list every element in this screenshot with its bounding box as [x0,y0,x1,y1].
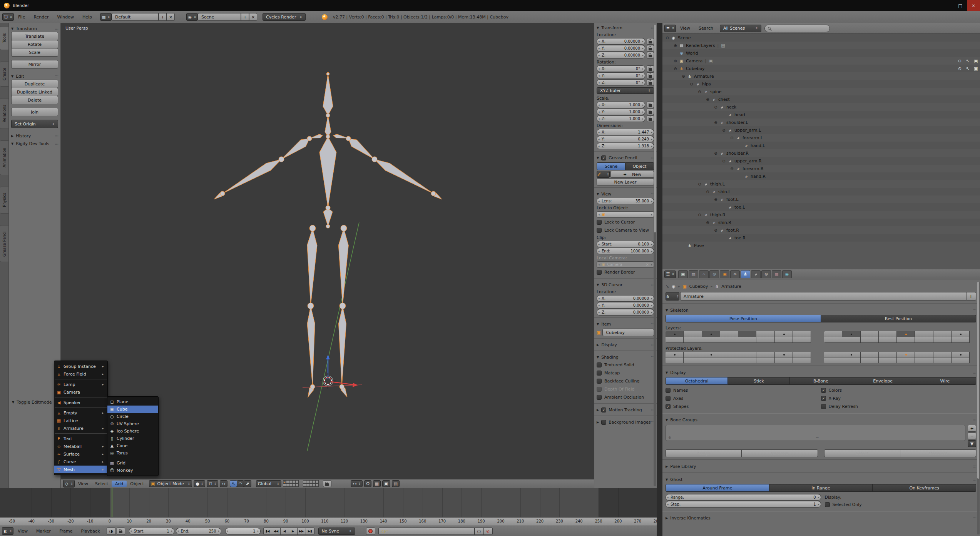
layer-toggle-15[interactable] [774,357,793,363]
lock-to-cursor-checkbox[interactable] [597,220,602,225]
layer-toggle-12[interactable] [720,337,738,343]
bone-group-specials-button[interactable]: ▼ [968,440,976,447]
expander-icon[interactable]: ⊖ [713,228,719,232]
layer-toggle-9[interactable] [824,357,842,363]
tool-shelf-tab-animation[interactable]: Animation [0,140,9,175]
names-row[interactable]: Names [666,386,821,394]
panel-header-display-props[interactable]: ▼Display:::: [666,369,976,376]
layer-toggle-11[interactable] [702,337,720,343]
menu-item-armature[interactable]: ⋔Armature▸ [54,424,107,432]
bone[interactable] [338,228,348,306]
clip-start-field[interactable]: Start:0.100 [597,241,654,247]
viewport-shading-select[interactable]: ●⇕ [194,480,205,487]
menu-item-monkey[interactable]: ☺Monkey [107,467,158,474]
layer-toggle-4[interactable] [878,352,897,357]
panel-header-pose-library[interactable]: ▶Pose Library:::: [666,463,976,470]
outliner-row-armature[interactable]: ⊖⋔Armature [662,72,980,80]
bone-joint-sphere[interactable] [279,157,284,162]
outliner-row-spine[interactable]: ⊖∞spine [662,88,980,95]
properties-tab-render[interactable]: ▣ [678,270,688,278]
menu-item-ico-sphere[interactable]: ◈Ico Sphere [107,427,158,435]
join-button[interactable]: Join [11,108,58,116]
visibility-eye-icon[interactable]: ⊙ [958,66,962,71]
close-button[interactable]: × [967,0,980,11]
scene-select[interactable]: Scene [198,13,241,21]
bone[interactable] [333,134,348,138]
outliner-editor-type-button[interactable]: ≡⇕ [664,25,676,32]
delete-keyframe-button[interactable]: ⊘ [483,528,493,535]
properties-tab-world[interactable]: ⊕ [709,270,719,278]
layer-toggle-12[interactable] [720,357,738,363]
bone-joint-sphere[interactable] [310,384,315,389]
layer-toggle-7[interactable] [933,331,952,337]
depth-of-field-row[interactable]: Depth Of Field [597,385,654,393]
tool-shelf-tab-create[interactable]: Create [0,62,9,87]
layer-toggle-14[interactable] [756,357,774,363]
selected-only-row[interactable]: Selected Only [825,501,977,509]
outliner-row-forearm-r[interactable]: ⊖∞forearm.R [662,165,980,172]
armature-id-icon-button[interactable]: ⋔⇕ [666,292,679,301]
duplicate-linked-button[interactable]: Duplicate Linked [11,88,58,96]
bone-joint-sphere[interactable] [326,114,330,117]
layer-toggle-4[interactable] [878,331,897,337]
keying-set-field[interactable]: ○⌐ [378,528,475,535]
outliner-menu-view[interactable]: View [676,26,694,31]
bone[interactable] [281,139,309,159]
matcap-checkbox[interactable] [597,371,602,376]
properties-tab-bone-constraints[interactable]: ⊛ [761,270,771,278]
timeline-menu-view[interactable]: View [13,529,32,534]
manipulator-toggle[interactable]: ↔ [220,480,227,487]
render-still-button[interactable]: ▣ [382,480,390,487]
layer-toggle-10[interactable] [842,357,860,363]
menu-item-circle[interactable]: ○Circle [107,413,158,420]
expander-icon[interactable]: ⊖ [697,90,702,94]
minimize-button[interactable]: — [941,0,954,11]
layer-toggle-2[interactable] [842,331,860,337]
outliner-row-chest[interactable]: ⊖∞chest [662,95,980,103]
delete-button[interactable]: Delete [11,96,58,104]
lock-toggle-button[interactable] [647,109,654,115]
properties-tab-constraints[interactable]: ∞ [730,270,740,278]
armature-object[interactable] [214,72,442,397]
menu-window[interactable]: Window [53,15,78,20]
expander-icon[interactable]: ⊖ [697,213,702,217]
current-frame-indicator[interactable] [112,488,112,517]
lock-to-object-field[interactable]: ▣ [597,211,654,218]
lock-toggle-button[interactable] [647,38,654,45]
around-frame-button[interactable]: Around Frame [666,484,769,492]
bone-joint-sphere[interactable] [220,191,225,196]
bone-joint-sphere[interactable] [326,72,329,75]
layer-toggle-1[interactable] [666,352,684,357]
location-x-field[interactable]: X:0.00000 [597,38,645,45]
bone-joint-sphere[interactable] [372,157,377,162]
render-border-checkbox[interactable] [597,270,602,275]
outliner-row-neck[interactable]: ⊖∞neck [662,103,980,111]
panel-header-rigify-dev-tools[interactable]: ▼Rigify Dev Tools:::: [11,140,58,147]
pin-icon[interactable]: ⊸ [664,283,671,289]
rotate-manipulator-button[interactable]: ◠ [237,480,244,487]
pose-position-button[interactable]: Pose Position [666,315,821,322]
selectability-pointer-icon[interactable]: ↖ [966,58,969,63]
layer-toggle-2[interactable] [683,331,702,337]
bone-joint-sphere[interactable] [309,225,316,231]
armature-layers-left[interactable] [666,331,814,343]
bone[interactable] [339,306,346,387]
in-range-button[interactable]: In Range [769,484,873,492]
layer-toggle-11[interactable] [702,357,720,363]
outliner-row-foot-r[interactable]: ⊖∞foot.R [662,226,980,234]
b-bone-button[interactable]: B-Bone [790,377,852,385]
dimension-y-field[interactable]: Y:0.249 [597,136,654,142]
layer-toggle-6[interactable] [756,331,774,337]
visibility-eye-icon[interactable]: ⊙ [958,58,962,63]
layer-toggle-3[interactable] [702,352,720,357]
maximize-button[interactable]: □ [954,0,967,11]
current-frame-field[interactable]: 1 [225,528,261,534]
local-camera-field[interactable]: ▣Camera× [597,261,654,268]
expander-icon[interactable]: ⊖ [713,151,719,155]
menu-item-uv-sphere[interactable]: ⊕UV Sphere [107,420,158,427]
frame-start-field[interactable]: Start:1 [129,528,174,534]
axes-row[interactable]: Axes [666,394,821,402]
layer-toggle-6[interactable] [915,331,933,337]
lock-camera-checkbox[interactable] [597,228,602,233]
menu-file[interactable]: File [14,15,29,20]
